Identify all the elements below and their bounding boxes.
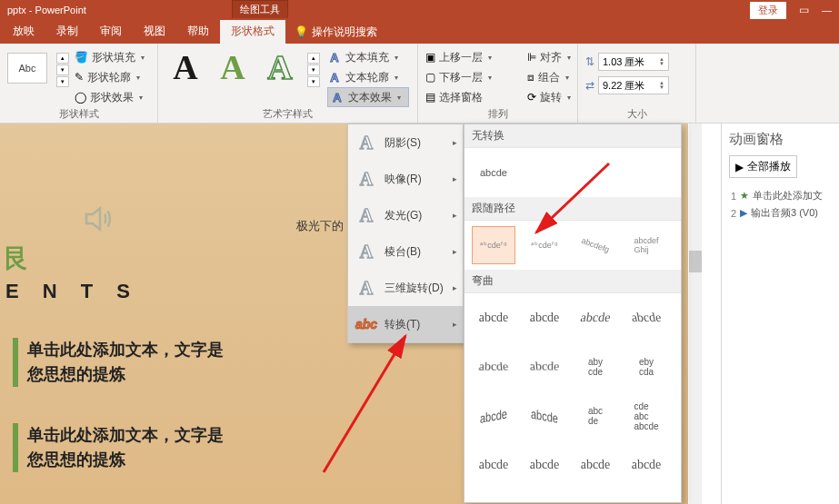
group-label-shape-styles: 形状样式 [0, 107, 157, 121]
play-all-button[interactable]: ▶全部播放 [729, 155, 797, 178]
group-button[interactable]: ⧈组合▾ [527, 67, 584, 87]
warp-preset[interactable]: cdeabcabcde [624, 397, 668, 435]
minimize-icon[interactable]: — [822, 5, 832, 15]
content-block-2[interactable]: 单击此处添加文本，文字是 您思想的提炼 [13, 423, 224, 472]
menu-shadow[interactable]: A阴影(S)▸ [348, 124, 463, 161]
align-button[interactable]: ⊫对齐▾ [527, 47, 584, 67]
content-line: 您思想的提炼 [27, 362, 224, 387]
warp-preset[interactable]: abcde [472, 446, 515, 484]
ribbon-tabs: 放映 录制 审阅 视图 帮助 形状格式 💡 操作说明搜索 [0, 20, 839, 44]
anim-pane-title: 动画窗格 [729, 131, 832, 148]
ribbon: Abc ▴ ▾ ▾ 🪣形状填充▾ ✎形状轮廓▾ ◯形状效果▾ 形状样式 A A … [0, 44, 839, 124]
shadow-icon: A [357, 133, 375, 152]
tab-slideshow[interactable]: 放映 [2, 20, 45, 44]
menu-reflection[interactable]: A映像(R)▸ [348, 161, 463, 197]
tell-me[interactable]: 💡 操作说明搜索 [285, 20, 386, 44]
animation-pane: 动画窗格 ▶全部播放 1 ★ 单击此处添加文 2 ▶ 输出音频3 (V0) [721, 124, 839, 504]
warp-preset[interactable]: abcde [523, 397, 566, 435]
warp-preset[interactable]: abcde [574, 446, 617, 484]
content-block-1[interactable]: 单击此处添加文本，文字是 您思想的提炼 [13, 338, 224, 387]
transform-none[interactable]: abcde [472, 153, 515, 192]
menu-glow[interactable]: A发光(G)▸ [348, 197, 463, 233]
wordart-down-icon[interactable]: ▾ [307, 64, 320, 75]
tab-view[interactable]: 视图 [133, 20, 176, 44]
transform-arch-up[interactable]: ᵃᵇcdeᶠᵍ [472, 226, 515, 264]
tab-record[interactable]: 录制 [45, 20, 89, 44]
ribbon-display-icon[interactable]: ▭ [799, 4, 809, 16]
anim-item[interactable]: 1 ★ 单击此处添加文 [729, 187, 832, 204]
text-effects-button[interactable]: A文本效果▾ [327, 87, 409, 107]
content-line: 单击此处添加文本，文字是 [27, 338, 224, 362]
wordart-gallery[interactable]: A A A [165, 47, 300, 87]
text-outline-icon: A [327, 71, 342, 84]
bring-forward-icon: ▣ [425, 51, 435, 64]
shape-outline-button[interactable]: ✎形状轮廓▾ [75, 67, 145, 87]
warp-preset[interactable]: abcde [621, 299, 671, 337]
warp-preset[interactable]: abcde [624, 446, 668, 484]
tab-review[interactable]: 审阅 [89, 20, 133, 44]
menu-transform[interactable]: abc转换(T)▸ [348, 306, 463, 342]
lightbulb-icon: 💡 [295, 25, 308, 38]
anim-label: 单击此处添加文 [753, 189, 823, 203]
group-icon: ⧈ [527, 71, 534, 84]
shape-fill-button[interactable]: 🪣形状填充▾ [75, 47, 145, 67]
speaker-icon[interactable] [82, 201, 118, 237]
group-label-wordart: 艺术字样式 [158, 107, 417, 121]
width-input[interactable]: 9.22 厘米▲▼ [598, 76, 669, 94]
reflection-icon: A [357, 170, 375, 188]
rotate-icon: ⟳ [527, 91, 536, 104]
gallery-down-icon[interactable]: ▾ [56, 64, 69, 75]
warp-preset[interactable]: abcde [472, 397, 515, 435]
warp-preset[interactable]: abcde [574, 397, 617, 435]
contextual-tab-label: 绘图工具 [232, 0, 288, 18]
transform-arch-down[interactable]: ᵃᵇcdeᶠᵍ [523, 226, 566, 264]
shape-effects-button[interactable]: ◯形状效果▾ [75, 87, 145, 107]
warp-preset[interactable]: abcde [472, 299, 515, 337]
width-icon: ⇄ [585, 79, 594, 92]
title-letters: E N T S [5, 280, 139, 303]
rotate-button[interactable]: ⟳旋转▾ [527, 87, 584, 107]
anim-item[interactable]: 2 ▶ 输出音频3 (V0) [729, 204, 832, 222]
gallery-more-icon[interactable]: ▾ [56, 76, 69, 87]
menu-bevel[interactable]: A棱台(B)▸ [348, 233, 463, 270]
bevel-icon: A [357, 242, 375, 261]
tab-help[interactable]: 帮助 [176, 20, 220, 44]
warp-preset[interactable]: ebycda [624, 348, 668, 386]
send-backward-button[interactable]: ▢下移一层▾ [425, 67, 525, 87]
warp-preset[interactable]: abcde [468, 351, 519, 387]
group-label-arrange: 排列 [418, 107, 577, 121]
slide-scrollbar[interactable] [689, 124, 702, 504]
warp-preset[interactable]: abcde [523, 446, 566, 484]
wordart-more-icon[interactable]: ▾ [307, 76, 320, 87]
warp-preset[interactable]: abcde [570, 299, 620, 337]
app-title: pptx - PowerPoint [7, 5, 86, 15]
rotate3d-icon: A [357, 279, 375, 297]
menu-3d-rotation[interactable]: A三维旋转(D)▸ [348, 270, 463, 306]
bucket-icon: 🪣 [75, 51, 88, 64]
warp-preset[interactable]: abcde [519, 347, 570, 382]
group-label-size: 大小 [578, 107, 695, 121]
transform-circle[interactable]: abcdefg [574, 226, 617, 264]
section-no-transform: 无转换 [464, 124, 681, 148]
text-outline-button[interactable]: A文本轮廓▾ [327, 67, 409, 87]
bring-forward-button[interactable]: ▣上移一层▾ [425, 47, 525, 67]
warp-preset[interactable]: abcde [523, 299, 566, 337]
text-fill-button[interactable]: A文本填充▾ [327, 47, 409, 67]
anim-index: 1 [729, 191, 736, 202]
section-warp: 弯曲 [464, 270, 681, 293]
script-text: 极光下的 [296, 218, 344, 234]
selection-pane-button[interactable]: ▤选择窗格 [425, 87, 525, 107]
tab-shape-format[interactable]: 形状格式 [220, 20, 285, 44]
anim-index: 2 [729, 208, 736, 219]
shape-style-gallery[interactable]: Abc [7, 53, 47, 84]
login-button[interactable]: 登录 [750, 2, 786, 19]
title-char: 艮 [0, 242, 29, 276]
wordart-up-icon[interactable]: ▴ [307, 53, 320, 64]
transform-flyout: 无转换 abcde 跟随路径 ᵃᵇcdeᶠᵍ ᵃᵇcdeᶠᵍ abcdefg a… [464, 124, 682, 503]
warp-preset[interactable]: abycde [574, 348, 617, 386]
transform-button[interactable]: abcdefGhij [624, 226, 668, 264]
height-input[interactable]: 1.03 厘米▲▼ [598, 53, 669, 71]
effects-icon: ◯ [75, 91, 86, 104]
gallery-up-icon[interactable]: ▴ [56, 53, 69, 64]
text-effects-menu: A阴影(S)▸ A映像(R)▸ A发光(G)▸ A棱台(B)▸ A三维旋转(D)… [347, 124, 464, 343]
